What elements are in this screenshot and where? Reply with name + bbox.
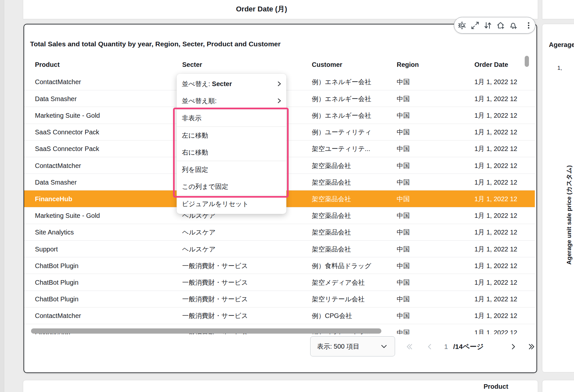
cell-order-date[interactable]: 1月 1, 2022 12 xyxy=(474,161,535,170)
cell-order-date[interactable]: 1月 1, 2022 12 xyxy=(474,245,535,253)
cell-region[interactable]: 中国 xyxy=(397,178,446,187)
cell-region[interactable]: 中国 xyxy=(397,211,446,220)
cell-product[interactable]: Support xyxy=(35,245,175,253)
kebab-menu-icon[interactable] xyxy=(524,21,534,30)
cell-order-date[interactable]: 1月 1, 2022 12 xyxy=(474,128,535,137)
cell-customer[interactable]: 架空薬品会社 xyxy=(312,161,393,170)
cell-product[interactable]: Data Smasher xyxy=(35,178,175,186)
cell-region[interactable]: 中国 xyxy=(397,311,446,320)
cell-region[interactable]: 中国 xyxy=(397,194,446,203)
cell-product[interactable]: Site Analytics xyxy=(35,229,175,236)
cell-customer[interactable]: 架空薬品会社 xyxy=(312,228,393,237)
cell-product[interactable]: Marketing Suite - Gold xyxy=(35,212,175,219)
cell-region[interactable]: 中国 xyxy=(397,278,446,287)
cell-product[interactable]: Data Smasher xyxy=(35,95,175,102)
table-row[interactable]: ChatBot Plugin一般消費財・サービス架空メディア会社中国1月 1, … xyxy=(24,274,535,291)
cell-order-date[interactable]: 1月 1, 2022 12 xyxy=(474,144,535,153)
table-row[interactable]: ChatBot Plugin一般消費財・サービス例）食料品ドラッグ中国1月 1,… xyxy=(24,257,535,274)
cell-customer[interactable]: 例）エネルギー会社 xyxy=(312,111,393,120)
cell-product[interactable]: FinanceHub xyxy=(35,195,175,203)
cell-product[interactable]: Marketing Suite - Gold xyxy=(35,112,175,119)
menu-item-sort-by[interactable]: 並べ替え: Secter xyxy=(177,75,286,92)
add-to-home-icon[interactable] xyxy=(496,21,505,30)
menu-item-sort-order[interactable]: 並べ替え順: xyxy=(177,92,286,109)
previous-page-button[interactable] xyxy=(423,339,437,354)
cell-secter[interactable]: 一般消費財・サービス xyxy=(182,311,306,320)
right-chart-y-axis-label: Agerage unit sale price (カスタム) xyxy=(565,140,573,290)
cell-region[interactable]: 中国 xyxy=(397,245,446,253)
cell-customer[interactable]: 架空メディア会社 xyxy=(312,278,393,287)
cell-region[interactable]: 中国 xyxy=(397,128,446,137)
column-header-order-date[interactable]: Order Date xyxy=(474,61,508,68)
cell-customer[interactable]: 例）エネルギー会社 xyxy=(312,77,393,86)
cell-secter[interactable]: ヘルスケア xyxy=(182,228,306,237)
cell-region[interactable]: 中国 xyxy=(397,261,446,270)
cell-order-date[interactable]: 1月 1, 2022 12 xyxy=(474,178,535,187)
cell-product[interactable]: ContactMatcher xyxy=(35,162,175,169)
cell-product[interactable]: SaaS Connector Pack xyxy=(35,128,175,136)
cell-product[interactable]: ChatBot Plugin xyxy=(35,279,175,286)
current-page-number: 1 xyxy=(439,339,453,354)
cell-customer[interactable]: 架空リテール会社 xyxy=(312,295,393,304)
cell-region[interactable]: 中国 xyxy=(397,77,446,86)
cell-region[interactable]: 中国 xyxy=(397,328,446,334)
visual-title: Total Sales and total Quantity by year, … xyxy=(30,40,280,48)
cell-order-date[interactable]: 1月 1, 2022 12 xyxy=(474,261,535,270)
last-page-button[interactable] xyxy=(524,339,539,354)
cell-secter[interactable]: ヘルスケア xyxy=(182,245,306,253)
cell-product[interactable]: ChatBot Plugin xyxy=(35,262,175,269)
column-header-customer[interactable]: Customer xyxy=(312,61,342,68)
cell-order-date[interactable]: 1月 1, 2022 12 xyxy=(474,295,535,304)
cell-order-date[interactable]: 1月 1, 2022 12 xyxy=(474,211,535,220)
cell-product[interactable]: SaaS Connector Pack xyxy=(35,145,175,153)
cell-region[interactable]: 中国 xyxy=(397,144,446,153)
column-header-secter[interactable]: Secter xyxy=(182,61,202,68)
cell-customer[interactable]: 架空ユーティリテ... xyxy=(312,144,393,153)
cell-customer[interactable]: 例）食料品ドラッグ xyxy=(312,261,393,270)
cell-product[interactable]: ContactMatcher xyxy=(35,312,175,320)
cell-customer[interactable]: 例）CPG会社 xyxy=(312,311,393,320)
cell-order-date[interactable]: 1月 1, 2022 12 xyxy=(474,311,535,320)
table-row[interactable]: Supportヘルスケア架空薬品会社中国1月 1, 2022 12 xyxy=(24,240,535,257)
horizontal-scrollbar[interactable] xyxy=(31,328,381,334)
cell-region[interactable]: 中国 xyxy=(397,295,446,304)
cell-region[interactable]: 中国 xyxy=(397,228,446,237)
table-row[interactable]: ContactMatcher一般消費財・サービス例）CPG会社中国1月 1, 2… xyxy=(24,307,535,324)
cell-customer[interactable]: 架空薬品会社 xyxy=(312,245,393,253)
cell-region[interactable]: 中国 xyxy=(397,161,446,170)
table-row[interactable]: ChatBot Plugin一般消費財・サービス架空リテール会社中国1月 1, … xyxy=(24,291,535,308)
cell-region[interactable]: 中国 xyxy=(397,94,446,103)
refresh-settings-icon[interactable] xyxy=(457,21,467,30)
alert-bell-add-icon[interactable] xyxy=(508,21,518,30)
sort-vertical-icon[interactable] xyxy=(483,21,493,30)
menu-item-reset-visual[interactable]: ビジュアルをリセット xyxy=(177,195,286,212)
cell-customer[interactable]: 架空薬品会社 xyxy=(312,178,393,187)
cell-secter[interactable]: 一般消費財・サービス xyxy=(182,295,306,304)
chevron-left-icon xyxy=(426,343,434,351)
cell-customer[interactable]: 例）ユーティリティ xyxy=(312,128,393,137)
cell-order-date[interactable]: 1月 1, 2022 12 xyxy=(474,194,535,203)
cell-product[interactable]: ContactMatcher xyxy=(35,78,175,85)
cell-customer[interactable]: 架空薬品会社 xyxy=(312,211,393,220)
cell-order-date[interactable]: 1月 1, 2022 12 xyxy=(474,77,535,86)
cell-order-date[interactable]: 1月 1, 2022 12 xyxy=(474,94,535,103)
next-page-button[interactable] xyxy=(506,339,520,354)
cell-secter[interactable]: 一般消費財・サービス xyxy=(182,278,306,287)
cell-order-date[interactable]: 1月 1, 2022 12 xyxy=(474,328,535,334)
vertical-scrollbar[interactable] xyxy=(525,56,529,67)
table-row[interactable]: Site Analyticsヘルスケア架空薬品会社中国1月 1, 2022 12 xyxy=(24,224,535,241)
cell-order-date[interactable]: 1月 1, 2022 12 xyxy=(474,278,535,287)
cell-customer[interactable]: 架空薬品会社 xyxy=(312,194,393,203)
items-per-page-dropdown[interactable]: 表示: 500 項目 xyxy=(310,336,395,356)
cell-order-date[interactable]: 1月 1, 2022 12 xyxy=(474,228,535,237)
maximize-icon[interactable] xyxy=(470,21,480,30)
column-header-product[interactable]: Product xyxy=(35,61,60,68)
first-page-button[interactable] xyxy=(402,339,417,354)
cell-product[interactable]: ChatBot Plugin xyxy=(35,295,175,303)
column-header-region[interactable]: Region xyxy=(397,61,419,68)
cell-region[interactable]: 中国 xyxy=(397,111,446,120)
visual-toolbar xyxy=(454,17,535,34)
cell-secter[interactable]: 一般消費財・サービス xyxy=(182,261,306,270)
cell-order-date[interactable]: 1月 1, 2022 12 xyxy=(474,111,535,120)
cell-customer[interactable]: 例）エネルギー会社 xyxy=(312,94,393,103)
